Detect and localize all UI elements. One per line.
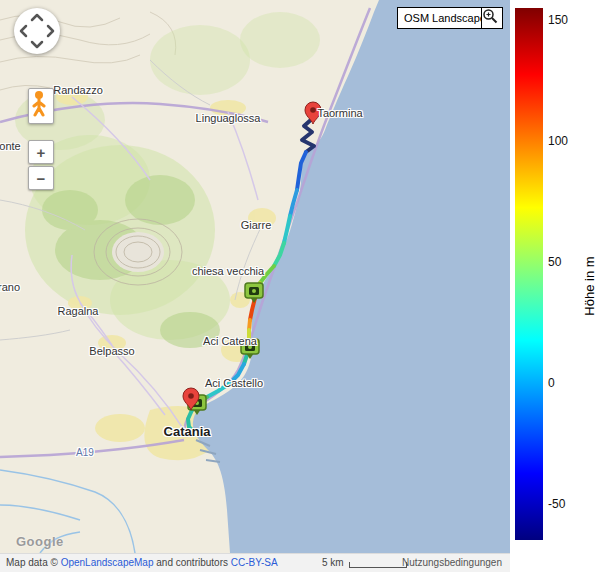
map-label-rano: rano [0, 281, 20, 293]
attribution-bar: Map data © OpenLandscapeMap and contribu… [0, 553, 510, 572]
map-label-onte: onte [0, 140, 21, 152]
legend-tick-50: 50 [548, 255, 561, 269]
map-viewport[interactable]: RandazzoLinguaglossaTaorminaGiarrechiesa… [0, 0, 510, 553]
legend-tick-100: 100 [548, 134, 568, 148]
map-label-catania: Catania [164, 424, 211, 439]
pan-left-icon [21, 26, 26, 36]
map-label-taormina: Taormina [317, 107, 362, 119]
map-label-chiesa-vecchia: chiesa vecchia [192, 265, 264, 277]
map-label-a19: A19 [76, 447, 94, 458]
legend-tick-0: 0 [548, 376, 555, 390]
map-attribution: Map data © OpenLandscapeMap and contribu… [6, 554, 278, 572]
google-watermark: Google [16, 534, 64, 549]
pan-arrows [14, 8, 60, 54]
pan-right-icon [48, 26, 53, 36]
legend-tick-150: 150 [548, 13, 568, 27]
zoom-in-button[interactable]: + [28, 140, 54, 164]
map-label-aci-catena: Aci Catena [203, 335, 257, 347]
elevation-legend: 150100500-50 Höhe in m [510, 0, 600, 572]
elevation-colorbar [515, 8, 543, 540]
pegman-icon [29, 89, 49, 117]
map-label-aci-castello: Aci Castello [205, 377, 263, 389]
magnifier-plus-icon [482, 8, 498, 24]
scale-control: 5 km [322, 554, 407, 572]
license-link[interactable]: CC-BY-SA [231, 557, 278, 568]
zoom-out-button[interactable]: − [28, 166, 54, 190]
scale-bar [349, 562, 407, 568]
layer-select-button[interactable]: OSM Landscape [397, 7, 493, 29]
map-label-giarre: Giarre [241, 219, 272, 231]
etna-summit [112, 232, 164, 272]
osm-attribution-link[interactable]: OpenLandscapeMap [61, 557, 154, 568]
zoom-controls: + − [28, 140, 52, 190]
map-label-ragalna: Ragalna [58, 305, 99, 317]
attribution-prefix: Map data © [6, 557, 61, 568]
zoom-search-button[interactable] [481, 7, 503, 29]
pan-down-icon [32, 42, 42, 47]
map-label-randazzo: Randazzo [53, 84, 103, 96]
pan-up-icon [32, 15, 42, 20]
legend-tick--50: -50 [548, 497, 565, 511]
pegman-control[interactable] [28, 88, 54, 124]
map-application: RandazzoLinguaglossaTaorminaGiarrechiesa… [0, 0, 600, 572]
map-label-linguaglossa: Linguaglossa [196, 112, 261, 124]
scale-label: 5 km [322, 554, 344, 572]
attribution-middle: and contributors [153, 557, 230, 568]
map-label-belpasso: Belpasso [89, 345, 134, 357]
pan-control[interactable] [14, 8, 60, 54]
elevation-axis-label: Höhe in m [582, 256, 597, 315]
terms-link[interactable]: Nutzungsbedingungen [402, 554, 502, 572]
